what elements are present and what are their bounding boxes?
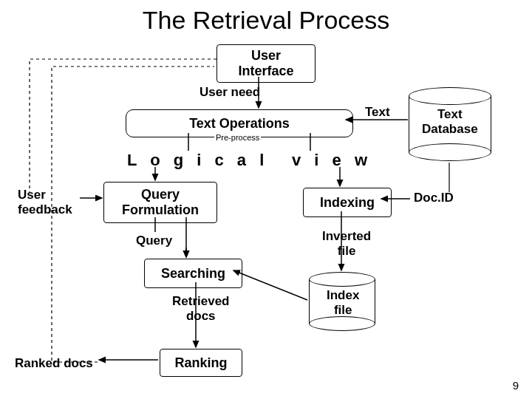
label-user-feedback: Userfeedback <box>18 188 72 217</box>
label-index-file: Indexfile <box>327 288 359 318</box>
label-doc-id: Doc.ID <box>414 191 454 205</box>
label-user-need: User need <box>200 85 260 100</box>
label-view: v i e w <box>292 151 372 170</box>
label-ranked-docs: Ranked docs <box>15 356 93 371</box>
label-inverted-file: Invertedfile <box>322 229 371 259</box>
label-text-database: TextDatabase <box>422 107 478 137</box>
box-ranking: Ranking <box>160 349 242 377</box>
box-user-interface: UserInterface <box>216 44 316 83</box>
slide-title: The Retrieval Process <box>0 6 532 35</box>
label-text: Text <box>365 105 390 120</box>
box-indexing: Indexing <box>303 188 392 217</box>
label-query: Query <box>136 233 172 248</box>
box-query-formulation: QueryFormulation <box>103 182 217 223</box>
svg-line-15 <box>233 270 307 300</box>
label-pre-process: Pre-process <box>214 133 261 142</box>
page-number: 9 <box>513 379 519 392</box>
label-retrieved-docs: Retrieveddocs <box>172 294 229 324</box>
box-searching: Searching <box>144 259 242 288</box>
label-logical: L o g i c a l <box>127 151 268 170</box>
